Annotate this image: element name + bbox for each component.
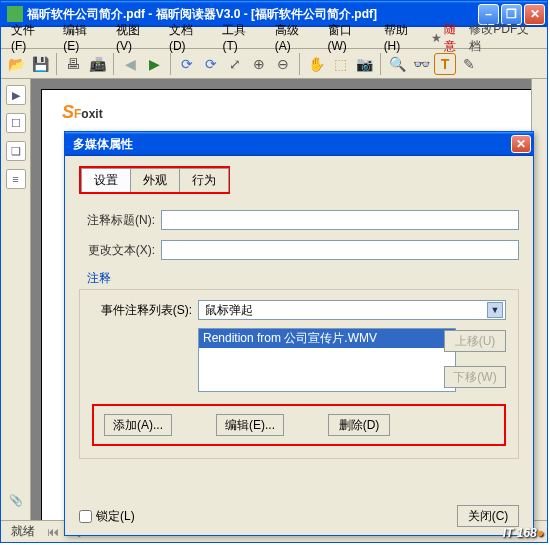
events-label: 事件注释列表(S): <box>92 302 192 319</box>
annotate-icon[interactable]: ✎ <box>458 53 480 75</box>
toolbar: 📂 💾 🖶 📠 ◀ ▶ ⟳ ⟳ ⤢ ⊕ ⊖ ✋ ⬚ 📷 🔍 👓 T ✎ <box>1 49 547 79</box>
reorder-buttons: 上移(U) 下移(W) <box>444 330 506 388</box>
dialog-titlebar: 多媒体属性 ✕ <box>65 132 533 156</box>
separator <box>299 53 300 75</box>
menu-window[interactable]: 窗口(W) <box>322 20 376 55</box>
scan-icon[interactable]: 📠 <box>86 53 108 75</box>
sidebar-attachment-icon[interactable]: 📎 <box>6 490 26 510</box>
forward-icon[interactable]: ▶ <box>143 53 165 75</box>
move-down-button[interactable]: 下移(W) <box>444 366 506 388</box>
menu-tool[interactable]: 工具(T) <box>216 20 266 55</box>
lock-checkbox[interactable]: 锁定(L) <box>79 508 135 525</box>
fit-icon[interactable]: ⤢ <box>224 53 246 75</box>
open-icon[interactable]: 📂 <box>5 53 27 75</box>
tab-appearance[interactable]: 外观 <box>130 168 180 192</box>
menu-view[interactable]: 视图(V) <box>110 20 161 55</box>
print-icon[interactable]: 🖶 <box>62 53 84 75</box>
menu-advanced[interactable]: 高级(A) <box>269 20 320 55</box>
menu-help[interactable]: 帮助(H) <box>378 20 430 55</box>
promo-prefix: 随意 <box>444 21 467 55</box>
promo-link[interactable]: ★ 随意 修改PDF文档 <box>431 21 543 55</box>
sidebar-bookmarks-icon[interactable]: ▶ <box>6 85 26 105</box>
find-icon[interactable]: 🔍 <box>386 53 408 75</box>
lock-checkbox-label: 锁定(L) <box>96 508 135 525</box>
move-up-button[interactable]: 上移(U) <box>444 330 506 352</box>
separator <box>380 53 381 75</box>
close-dialog-button[interactable]: 关闭(C) <box>457 505 519 527</box>
promo-text: 修改PDF文档 <box>469 21 539 55</box>
annotation-group: 事件注释列表(S): 鼠标弹起 ▼ Rendition from 公司宣传片.W… <box>79 289 519 459</box>
select-tool-icon[interactable]: ⬚ <box>329 53 351 75</box>
add-button[interactable]: 添加(A)... <box>104 414 172 436</box>
separator <box>170 53 171 75</box>
alt-text-row: 更改文本(X): <box>79 240 519 260</box>
multimedia-properties-dialog: 多媒体属性 ✕ 设置 外观 行为 注释标题(N): 更改文本(X): 注释 事件… <box>64 131 534 536</box>
tab-settings[interactable]: 设置 <box>81 168 131 192</box>
dialog-footer: 锁定(L) 关闭(C) <box>79 505 519 527</box>
alt-text-label: 更改文本(X): <box>79 242 155 259</box>
star-icon: ★ <box>431 31 442 45</box>
separator <box>113 53 114 75</box>
group-label: 注释 <box>87 270 519 287</box>
sidebar: ▶ ☐ ❏ ≡ 📎 <box>1 79 31 520</box>
dialog-title: 多媒体属性 <box>73 136 511 153</box>
back-icon[interactable]: ◀ <box>119 53 141 75</box>
binoculars-icon[interactable]: 👓 <box>410 53 432 75</box>
rotate-ccw-icon[interactable]: ⟳ <box>176 53 198 75</box>
edit-button[interactable]: 编辑(E)... <box>216 414 284 436</box>
events-select-value: 鼠标弹起 <box>205 302 253 319</box>
status-ready: 就绪 <box>7 523 39 540</box>
sidebar-pages-icon[interactable]: ☐ <box>6 113 26 133</box>
events-row: 事件注释列表(S): 鼠标弹起 ▼ <box>92 300 506 320</box>
menu-edit[interactable]: 编辑(E) <box>57 20 108 55</box>
alt-text-input[interactable] <box>161 240 519 260</box>
text-tool-icon[interactable]: T <box>434 53 456 75</box>
rotate-cw-icon[interactable]: ⟳ <box>200 53 222 75</box>
snapshot-icon[interactable]: 📷 <box>353 53 375 75</box>
lock-checkbox-input[interactable] <box>79 510 92 523</box>
events-select[interactable]: 鼠标弹起 ▼ <box>198 300 506 320</box>
foxit-logo: SFoxit <box>62 98 516 124</box>
save-icon[interactable]: 💾 <box>29 53 51 75</box>
menubar: 文件(F) 编辑(E) 视图(V) 文档(D) 工具(T) 高级(A) 窗口(W… <box>1 27 547 49</box>
separator <box>56 53 57 75</box>
delete-button[interactable]: 删除(D) <box>328 414 390 436</box>
menu-file[interactable]: 文件(F) <box>5 20 55 55</box>
dialog-body: 设置 外观 行为 注释标题(N): 更改文本(X): 注释 事件注释列表(S):… <box>65 156 533 535</box>
app-window: 福昕软件公司简介.pdf - 福昕阅读器V3.0 - [福昕软件公司简介.pdf… <box>0 0 548 543</box>
annotation-title-label: 注释标题(N): <box>79 212 155 229</box>
sidebar-comments-icon[interactable]: ≡ <box>6 169 26 189</box>
annotation-title-row: 注释标题(N): <box>79 210 519 230</box>
zoom-in-icon[interactable]: ⊕ <box>248 53 270 75</box>
hand-tool-icon[interactable]: ✋ <box>305 53 327 75</box>
zoom-out-icon[interactable]: ⊖ <box>272 53 294 75</box>
action-buttons-highlight: 添加(A)... 编辑(E)... 删除(D) <box>92 404 506 446</box>
rendition-listbox[interactable]: Rendition from 公司宣传片.WMV <box>198 328 456 392</box>
dialog-close-button[interactable]: ✕ <box>511 135 531 153</box>
chevron-down-icon: ▼ <box>487 302 503 318</box>
tab-behavior[interactable]: 行为 <box>179 168 229 192</box>
sidebar-layers-icon[interactable]: ❏ <box>6 141 26 161</box>
annotation-title-input[interactable] <box>161 210 519 230</box>
page-first-icon[interactable]: ⏮ <box>45 524 61 540</box>
list-item[interactable]: Rendition from 公司宣传片.WMV <box>199 329 455 348</box>
tabs-highlight: 设置 外观 行为 <box>79 166 230 194</box>
menu-document[interactable]: 文档(D) <box>163 20 215 55</box>
